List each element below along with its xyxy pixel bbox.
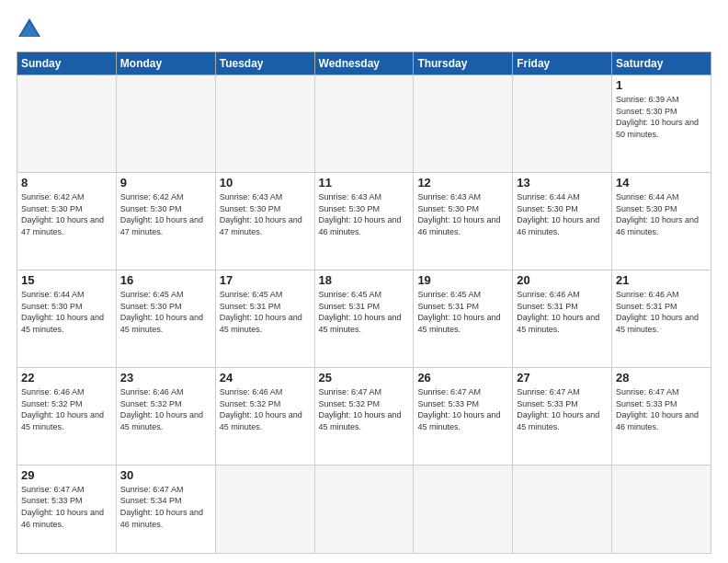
sunset-text: Sunset: 5:33 PM — [21, 496, 83, 505]
day-info: Sunrise: 6:46 AMSunset: 5:31 PMDaylight:… — [616, 289, 707, 335]
day-info: Sunrise: 6:45 AMSunset: 5:31 PMDaylight:… — [417, 289, 508, 335]
calendar-header-row: SundayMondayTuesdayWednesdayThursdayFrid… — [17, 52, 711, 75]
sunrise-text: Sunrise: 6:47 AM — [616, 387, 679, 396]
calendar-empty-cell — [314, 75, 414, 173]
calendar-week-row: 1Sunrise: 6:39 AMSunset: 5:30 PMDaylight… — [17, 75, 711, 173]
sunrise-text: Sunrise: 6:46 AM — [21, 387, 85, 396]
sunrise-text: Sunrise: 6:43 AM — [417, 192, 481, 201]
day-number: 14 — [616, 176, 707, 190]
sunrise-text: Sunrise: 6:47 AM — [120, 485, 184, 494]
calendar-day-21: 21Sunrise: 6:46 AMSunset: 5:31 PMDayligh… — [612, 270, 711, 367]
day-info: Sunrise: 6:43 AMSunset: 5:30 PMDaylight:… — [417, 191, 508, 237]
calendar-day-14: 14Sunrise: 6:44 AMSunset: 5:30 PMDayligh… — [612, 172, 711, 270]
day-number: 24 — [220, 371, 311, 385]
day-info: Sunrise: 6:42 AMSunset: 5:30 PMDaylight:… — [120, 191, 211, 237]
day-number: 20 — [517, 273, 608, 287]
calendar-week-row: 22Sunrise: 6:46 AMSunset: 5:32 PMDayligh… — [17, 367, 711, 465]
calendar-empty-cell — [414, 465, 513, 553]
sunrise-text: Sunrise: 6:46 AM — [120, 387, 184, 396]
daylight-text: Daylight: 10 hours and 45 minutes. — [417, 313, 500, 334]
daylight-text: Daylight: 10 hours and 45 minutes. — [319, 410, 402, 431]
daylight-text: Daylight: 10 hours and 45 minutes. — [21, 410, 104, 431]
sunset-text: Sunset: 5:30 PM — [417, 204, 479, 213]
sunrise-text: Sunrise: 6:43 AM — [220, 192, 283, 201]
day-info: Sunrise: 6:47 AMSunset: 5:33 PMDaylight:… — [21, 484, 112, 530]
day-number: 10 — [220, 176, 311, 190]
day-number: 21 — [616, 273, 707, 287]
daylight-text: Daylight: 10 hours and 45 minutes. — [319, 313, 402, 334]
daylight-text: Daylight: 10 hours and 45 minutes. — [616, 313, 699, 334]
day-number: 23 — [120, 371, 211, 385]
day-info: Sunrise: 6:46 AMSunset: 5:32 PMDaylight:… — [220, 386, 311, 432]
calendar-header-monday: Monday — [116, 52, 215, 75]
calendar-header-wednesday: Wednesday — [314, 52, 414, 75]
calendar-empty-cell — [414, 75, 513, 173]
sunset-text: Sunset: 5:33 PM — [417, 399, 479, 408]
calendar-day-9: 9Sunrise: 6:42 AMSunset: 5:30 PMDaylight… — [116, 172, 215, 270]
sunset-text: Sunset: 5:30 PM — [21, 302, 83, 311]
calendar-day-25: 25Sunrise: 6:47 AMSunset: 5:32 PMDayligh… — [314, 367, 414, 465]
daylight-text: Daylight: 10 hours and 46 minutes. — [21, 508, 104, 529]
daylight-text: Daylight: 10 hours and 45 minutes. — [21, 313, 104, 334]
daylight-text: Daylight: 10 hours and 47 minutes. — [120, 215, 203, 236]
day-info: Sunrise: 6:43 AMSunset: 5:30 PMDaylight:… — [220, 191, 311, 237]
sunset-text: Sunset: 5:31 PM — [517, 302, 578, 311]
sunrise-text: Sunrise: 6:45 AM — [319, 290, 382, 299]
calendar-empty-cell — [612, 465, 711, 553]
page: SundayMondayTuesdayWednesdayThursdayFrid… — [0, 0, 728, 563]
daylight-text: Daylight: 10 hours and 45 minutes. — [220, 410, 302, 431]
calendar-day-8: 8Sunrise: 6:42 AMSunset: 5:30 PMDaylight… — [17, 172, 117, 270]
day-info: Sunrise: 6:47 AMSunset: 5:33 PMDaylight:… — [517, 386, 608, 432]
sunrise-text: Sunrise: 6:47 AM — [319, 387, 382, 396]
daylight-text: Daylight: 10 hours and 46 minutes. — [120, 508, 203, 529]
day-number: 8 — [21, 176, 112, 190]
calendar-day-28: 28Sunrise: 6:47 AMSunset: 5:33 PMDayligh… — [612, 367, 711, 465]
sunrise-text: Sunrise: 6:47 AM — [417, 387, 481, 396]
sunrise-text: Sunrise: 6:47 AM — [21, 485, 85, 494]
daylight-text: Daylight: 10 hours and 45 minutes. — [120, 410, 203, 431]
day-number: 25 — [319, 371, 410, 385]
sunset-text: Sunset: 5:34 PM — [120, 496, 182, 505]
day-number: 15 — [21, 273, 112, 287]
day-number: 27 — [517, 371, 608, 385]
sunset-text: Sunset: 5:32 PM — [220, 399, 281, 408]
day-info: Sunrise: 6:47 AMSunset: 5:33 PMDaylight:… — [616, 386, 707, 432]
calendar-day-26: 26Sunrise: 6:47 AMSunset: 5:33 PMDayligh… — [414, 367, 513, 465]
day-info: Sunrise: 6:43 AMSunset: 5:30 PMDaylight:… — [319, 191, 410, 237]
sunrise-text: Sunrise: 6:45 AM — [417, 290, 481, 299]
sunrise-text: Sunrise: 6:42 AM — [21, 192, 85, 201]
day-number: 11 — [319, 176, 410, 190]
daylight-text: Daylight: 10 hours and 46 minutes. — [517, 215, 599, 236]
sunrise-text: Sunrise: 6:39 AM — [616, 95, 679, 104]
calendar-header-thursday: Thursday — [414, 52, 513, 75]
day-info: Sunrise: 6:45 AMSunset: 5:30 PMDaylight:… — [120, 289, 211, 335]
sunset-text: Sunset: 5:32 PM — [21, 399, 83, 408]
day-info: Sunrise: 6:44 AMSunset: 5:30 PMDaylight:… — [517, 191, 608, 237]
calendar-empty-cell — [513, 465, 612, 553]
sunset-text: Sunset: 5:30 PM — [21, 204, 83, 213]
day-number: 9 — [120, 176, 211, 190]
calendar-empty-cell — [513, 75, 612, 173]
sunset-text: Sunset: 5:30 PM — [120, 302, 182, 311]
day-number: 29 — [21, 468, 112, 482]
logo — [17, 17, 46, 42]
day-number: 22 — [21, 371, 112, 385]
calendar-day-18: 18Sunrise: 6:45 AMSunset: 5:31 PMDayligh… — [314, 270, 414, 367]
calendar-day-16: 16Sunrise: 6:45 AMSunset: 5:30 PMDayligh… — [116, 270, 215, 367]
sunrise-text: Sunrise: 6:47 AM — [517, 387, 580, 396]
daylight-text: Daylight: 10 hours and 47 minutes. — [220, 215, 302, 236]
day-number: 1 — [616, 78, 707, 92]
sunset-text: Sunset: 5:30 PM — [319, 204, 381, 213]
daylight-text: Daylight: 10 hours and 50 minutes. — [616, 118, 699, 139]
calendar-empty-cell — [215, 75, 314, 173]
day-number: 19 — [417, 273, 508, 287]
calendar-day-20: 20Sunrise: 6:46 AMSunset: 5:31 PMDayligh… — [513, 270, 612, 367]
day-info: Sunrise: 6:47 AMSunset: 5:32 PMDaylight:… — [319, 386, 410, 432]
calendar-header-tuesday: Tuesday — [215, 52, 314, 75]
calendar-day-22: 22Sunrise: 6:46 AMSunset: 5:32 PMDayligh… — [17, 367, 117, 465]
calendar-day-30: 30Sunrise: 6:47 AMSunset: 5:34 PMDayligh… — [116, 465, 215, 553]
sunset-text: Sunset: 5:30 PM — [120, 204, 182, 213]
calendar-header-sunday: Sunday — [17, 52, 117, 75]
calendar-week-row: 8Sunrise: 6:42 AMSunset: 5:30 PMDaylight… — [17, 172, 711, 270]
calendar-empty-cell — [116, 75, 215, 173]
